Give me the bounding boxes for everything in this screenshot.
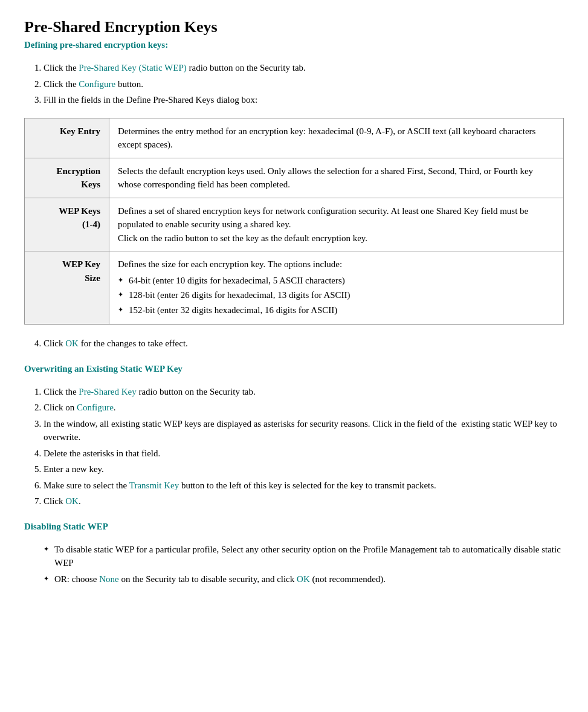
table-row: WEP KeySize Defines the size for each en… (25, 251, 564, 325)
list-item: Click the Pre-Shared Key (Static WEP) ra… (44, 61, 564, 75)
list-item: To disable static WEP for a particular p… (44, 543, 564, 570)
list-item: Click OK. (44, 494, 564, 508)
wep-key-size-options: 64-bit (enter 10 digits for hexadecimal,… (118, 274, 555, 317)
list-item: Click on Configure. (44, 401, 564, 415)
encryption-keys-label: EncryptionKeys (25, 158, 109, 198)
list-item: 128-bit (enter 26 digits for hexadecimal… (118, 288, 555, 302)
transmit-key-link[interactable]: Transmit Key (129, 481, 179, 490)
none-link[interactable]: None (99, 574, 119, 584)
configure-link-2[interactable]: Configure (77, 403, 114, 412)
key-entry-desc: Determines the entry method for an encry… (109, 118, 564, 158)
wep-keys-label: WEP Keys(1-4) (25, 198, 109, 251)
section3-list: To disable static WEP for a particular p… (44, 543, 564, 586)
table-row: EncryptionKeys Selects the default encry… (25, 158, 564, 198)
section1-step4-list: Click OK for the changes to take effect. (44, 337, 564, 351)
list-item: Click the Pre-Shared Key radio button on… (44, 385, 564, 399)
section2-header: Overwriting an Existing Static WEP Key (24, 364, 564, 374)
ok-link-1[interactable]: OK (65, 338, 79, 348)
list-item: Click OK for the changes to take effect. (44, 337, 564, 351)
encryption-keys-table-wrapper: Key Entry Determines the entry method fo… (24, 118, 564, 325)
configure-link-1[interactable]: Configure (79, 79, 115, 89)
encryption-keys-desc: Selects the default encryption keys used… (109, 158, 564, 198)
list-item: Enter a new key. (44, 462, 564, 476)
ok-link-3[interactable]: OK (297, 574, 310, 584)
key-entry-label: Key Entry (25, 118, 109, 158)
page-title: Pre-Shared Encryption Keys (24, 18, 564, 36)
pre-shared-key-link-2[interactable]: Pre-Shared Key (79, 387, 136, 396)
pre-shared-key-static-wep-link[interactable]: Pre-Shared Key (Static WEP) (79, 63, 186, 73)
table-row: WEP Keys(1-4) Defines a set of shared en… (25, 198, 564, 251)
section2-list: Click the Pre-Shared Key radio button on… (44, 385, 564, 508)
list-item: 64-bit (enter 10 digits for hexadecimal,… (118, 274, 555, 288)
wep-key-size-desc: Defines the size for each encryption key… (109, 251, 564, 325)
table-row: Key Entry Determines the entry method fo… (25, 118, 564, 158)
list-item: Make sure to select the Transmit Key but… (44, 479, 564, 493)
wep-key-size-label: WEP KeySize (25, 251, 109, 325)
list-item: In the window, all existing static WEP k… (44, 417, 564, 444)
list-item: Fill in the fields in the Define Pre-Sha… (44, 93, 564, 107)
ok-link-2[interactable]: OK (65, 496, 79, 506)
section3-header: Disabling Static WEP (24, 522, 564, 532)
list-item: OR: choose None on the Security tab to d… (44, 572, 564, 586)
list-item: Click the Configure button. (44, 77, 564, 91)
wep-keys-desc: Defines a set of shared encryption keys … (109, 198, 564, 251)
section1-list: Click the Pre-Shared Key (Static WEP) ra… (44, 61, 564, 107)
list-item: Delete the asterisks in that field. (44, 447, 564, 461)
section1-header: Defining pre-shared encryption keys: (24, 40, 564, 50)
encryption-keys-table: Key Entry Determines the entry method fo… (24, 118, 564, 325)
list-item: 152-bit (enter 32 digits hexadecimal, 16… (118, 303, 555, 317)
